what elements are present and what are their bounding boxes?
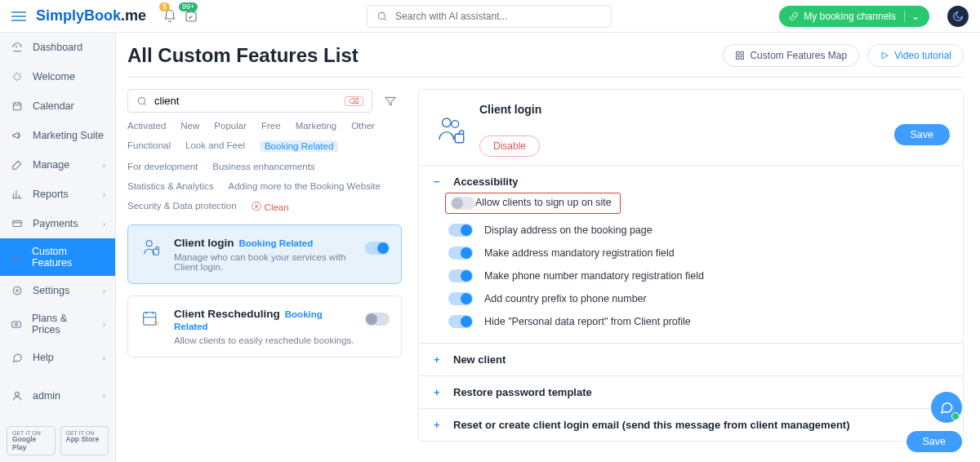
svg-point-1 [378, 12, 385, 19]
feature-toggle[interactable] [365, 242, 390, 255]
logo-suffix: .me [121, 7, 146, 24]
filter-tag[interactable]: New [180, 121, 199, 131]
save-button-bottom[interactable]: Save [906, 431, 963, 452]
svg-rect-18 [144, 313, 156, 325]
filter-tag[interactable]: Booking Related [260, 140, 338, 152]
filter-tag[interactable]: Free [261, 121, 281, 131]
sidebar-item-label: Settings [33, 285, 69, 296]
section-label: New client [453, 353, 506, 366]
section-header[interactable]: +Restore password template [434, 386, 948, 398]
filter-tag[interactable]: Functional [127, 140, 171, 152]
logo-brand: SimplyBook [36, 7, 121, 24]
filter-tag[interactable]: Other [351, 121, 375, 131]
sidebar-item-admin[interactable]: admin› [0, 381, 115, 411]
custom-features-map-button[interactable]: Custom Features Map [723, 44, 859, 67]
sidebar-item-reports[interactable]: Reports› [0, 180, 115, 209]
google-play-badge[interactable]: GET IT ONGoogle Play [7, 426, 56, 455]
sidebar-item-plans-prices[interactable]: Plans & Prices› [0, 305, 115, 343]
filter-tag[interactable]: Statistics & Analytics [127, 181, 213, 191]
filter-tag[interactable]: Business enhancements [212, 162, 314, 171]
chevron-right-icon: › [103, 320, 105, 329]
section-label: Restore password template [453, 386, 592, 398]
sidebar-item-label: Manage [33, 159, 69, 171]
svg-point-6 [16, 290, 18, 291]
global-search[interactable] [367, 5, 612, 28]
chevron-right-icon: › [103, 190, 105, 199]
channels-button[interactable]: My booking channels ⌄ [779, 6, 929, 27]
store-badges: GET IT ONGoogle PlayGET IT ONApp Store [0, 420, 115, 462]
option-label: Add country prefix to phone number [484, 293, 647, 304]
badge-notif: 99+ [179, 2, 198, 11]
sidebar-item-welcome[interactable]: Welcome [0, 62, 115, 91]
sidebar-item-dashboard[interactable]: Dashboard [0, 33, 115, 62]
sidebar-item-manage[interactable]: Manage› [0, 150, 115, 180]
svg-point-5 [13, 287, 20, 294]
clean-filters[interactable]: ⓧClean [252, 201, 289, 213]
feature-card[interactable]: Client ReschedulingBooking RelatedAllow … [127, 295, 402, 358]
svg-rect-7 [12, 322, 21, 327]
search-icon [136, 96, 148, 107]
sidebar-item-label: Calendar [33, 100, 74, 112]
filter-tag[interactable]: Marketing [296, 121, 337, 131]
filter-tag[interactable]: Security & Data protection [127, 201, 237, 213]
option-row: Display address on the booking page [434, 219, 948, 242]
filter-tag[interactable]: Activated [127, 121, 166, 131]
svg-point-8 [16, 323, 18, 326]
sidebar-item-help[interactable]: Help› [0, 343, 115, 372]
chevron-right-icon: › [103, 161, 105, 170]
logo[interactable]: SimplyBook.me [36, 7, 146, 24]
svg-marker-14 [882, 52, 888, 59]
filter-tag[interactable]: Popular [214, 121, 247, 131]
sidebar-item-custom-features[interactable]: Custom Features [0, 238, 115, 276]
filter-tag[interactable]: Adding more to the Booking Website [228, 181, 380, 191]
option-toggle[interactable] [451, 197, 475, 210]
chat-bubble[interactable] [931, 392, 962, 423]
menu-toggle[interactable] [11, 9, 26, 24]
section-header[interactable]: +Reset or create client login email (sen… [434, 419, 948, 431]
sidebar-item-marketing-suite[interactable]: Marketing Suite [0, 121, 115, 150]
clear-search-button[interactable]: ⌫ [345, 96, 363, 106]
clear-icon: ⓧ [252, 201, 261, 213]
section-header[interactable]: +New client [434, 353, 948, 366]
client-login-icon [434, 113, 468, 147]
theme-toggle[interactable] [947, 6, 969, 27]
feature-icon [140, 237, 164, 260]
sparkle-icon [10, 69, 24, 84]
option-label: Make phone number mandatory registration… [484, 270, 704, 282]
filter-tag[interactable]: Look and Feel [185, 140, 245, 152]
feature-card[interactable]: Client loginBooking RelatedManage who ca… [127, 224, 402, 284]
sidebar-item-calendar[interactable]: Calendar [0, 91, 115, 121]
svg-point-15 [138, 97, 145, 104]
svg-rect-21 [455, 134, 464, 143]
option-toggle[interactable] [448, 247, 473, 260]
sidebar-item-label: Marketing Suite [33, 130, 104, 141]
feature-search[interactable]: ⌫ [127, 89, 372, 113]
detail-title: Client login [479, 103, 541, 116]
plus-icon: + [434, 386, 445, 398]
option-label: Display address on the booking page [484, 224, 653, 236]
svg-rect-2 [13, 103, 20, 110]
global-search-input[interactable] [395, 11, 603, 22]
option-toggle[interactable] [448, 292, 473, 305]
option-row: Hide "Personal data report" from Client … [434, 310, 948, 333]
filter-icon[interactable] [379, 90, 402, 113]
filter-tag[interactable]: For development [127, 162, 198, 171]
channels-label: My booking channels [804, 11, 896, 22]
feature-toggle[interactable] [365, 313, 390, 326]
app-store-badge[interactable]: GET IT ONApp Store [60, 426, 109, 455]
feature-search-input[interactable] [154, 95, 338, 107]
section-header[interactable]: −Accessibility [434, 175, 948, 188]
sidebar-item-payments[interactable]: Payments› [0, 209, 115, 238]
calendar-icon [10, 99, 24, 113]
svg-point-19 [443, 118, 452, 127]
video-tutorial-button[interactable]: Video tutorial [867, 44, 964, 67]
disable-button[interactable]: Disable [479, 135, 540, 157]
feature-desc: Manage who can book your services with C… [174, 252, 355, 272]
option-toggle[interactable] [448, 224, 473, 237]
save-button-top[interactable]: Save [894, 124, 951, 145]
option-toggle[interactable] [448, 315, 473, 328]
option-toggle[interactable] [448, 269, 473, 282]
sidebar-item-settings[interactable]: Settings› [0, 276, 115, 305]
svg-rect-3 [13, 221, 22, 227]
user-icon [10, 389, 24, 403]
